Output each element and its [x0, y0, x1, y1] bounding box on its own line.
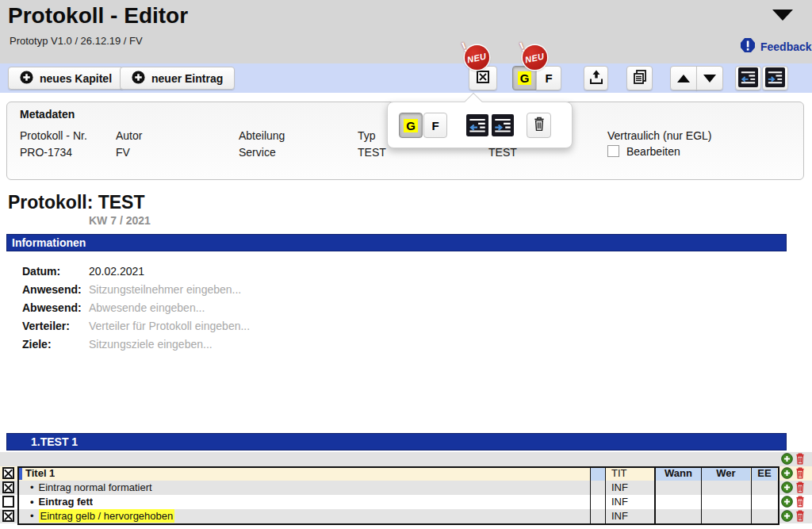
add-row-button[interactable]: [781, 481, 793, 493]
trash-icon: [532, 116, 546, 135]
info-section-header: Informationen: [6, 234, 787, 251]
popup-highlight-button[interactable]: G: [399, 113, 423, 138]
add-row-button[interactable]: [781, 453, 793, 465]
checked-box-icon: [476, 70, 490, 86]
popup-outdent-button[interactable]: [466, 114, 488, 136]
table-row: Eintrag normal formatiert INF: [0, 481, 812, 495]
row-wer-cell[interactable]: [702, 509, 750, 523]
column-header-wann: Wann: [656, 466, 701, 481]
plus-circle-icon: [132, 71, 145, 86]
bold-f-label: F: [431, 119, 439, 132]
row-ee-cell[interactable]: [752, 509, 777, 523]
outdent-button[interactable]: [735, 66, 761, 90]
document-title: Protokoll: TEST: [8, 192, 145, 213]
format-popup: G F: [387, 102, 573, 148]
add-row-button[interactable]: [781, 496, 793, 508]
new-chapter-label: neues Kapitel: [40, 72, 112, 85]
field-value-datum[interactable]: 20.02.2021: [89, 265, 144, 278]
row-wann-cell[interactable]: [656, 481, 701, 495]
copy-pages-button[interactable]: [626, 66, 653, 90]
delete-row-button[interactable]: [795, 495, 806, 508]
row-wann-cell[interactable]: [656, 495, 701, 509]
table-row: Eintrag fett INF: [0, 495, 812, 509]
indent-button[interactable]: [762, 66, 788, 90]
meta-value-autor: FV: [116, 146, 130, 159]
version-subtitle: Prototyp V1.0 / 26.12.19 / FV: [10, 35, 143, 47]
meta-label-typ: Typ: [358, 129, 376, 142]
bold-f-label: F: [545, 71, 552, 85]
table-row: Eintrag gelb / hervorgehoben INF: [0, 509, 812, 523]
meta-label-autor: Autor: [116, 129, 142, 142]
neu-badge: ! NEU: [465, 45, 489, 70]
arrow-down-icon: [703, 75, 716, 82]
indent-icon: [765, 67, 785, 90]
menu-caret-icon[interactable]: [772, 10, 793, 21]
row-type-cell[interactable]: INF: [607, 481, 653, 495]
row-type-cell[interactable]: TIT: [607, 466, 653, 481]
edit-checkbox-label: Bearbeiten: [626, 145, 680, 158]
row-wer-cell[interactable]: [702, 481, 750, 495]
row-ee-cell[interactable]: [752, 495, 777, 509]
calendar-week: KW 7 / 2021: [89, 214, 151, 227]
edit-checkbox[interactable]: [607, 145, 619, 157]
outdent-icon: [738, 67, 758, 90]
row-text-cell: Eintrag gelb / hervorgehoben: [30, 509, 174, 523]
delete-row-button[interactable]: [795, 509, 806, 523]
neu-badge: ! NEU: [523, 45, 547, 70]
field-input-ziele[interactable]: Sitzungsziele eingeben...: [89, 338, 213, 351]
export-button[interactable]: [584, 66, 608, 90]
row-text-cell: Eintrag fett: [30, 495, 93, 509]
delete-row-button[interactable]: [795, 452, 806, 466]
meta-label-protokoll-nr: Protokoll - Nr.: [20, 129, 87, 142]
new-entry-label: neuer Eintrag: [151, 72, 223, 85]
move-up-button[interactable]: [670, 66, 697, 90]
add-row-button[interactable]: [781, 510, 793, 522]
upload-icon: [588, 68, 605, 88]
new-entry-button[interactable]: neuer Eintrag: [120, 67, 235, 90]
highlight-g-label: G: [404, 119, 418, 132]
chapter-action-strip: [0, 452, 812, 466]
row-select-checkbox[interactable]: [2, 467, 14, 479]
bold-toggle-button[interactable]: F: [536, 66, 561, 90]
popup-caret: [465, 93, 483, 111]
column-header-ee: EE: [752, 466, 777, 481]
field-input-anwesend[interactable]: Sitzungsteilnehmer eingeben...: [89, 283, 241, 296]
feedback-link[interactable]: Feedback: [740, 37, 812, 56]
row-select-checkbox[interactable]: [2, 496, 14, 508]
field-label-abwesend: Abwesend:: [22, 301, 82, 314]
row-text-cell: Eintrag normal formatiert: [30, 481, 152, 495]
row-select-checkbox[interactable]: [2, 481, 14, 493]
row-wer-cell[interactable]: [702, 495, 750, 509]
field-label-verteiler: Verteiler:: [22, 320, 70, 332]
popup-bold-button[interactable]: F: [423, 113, 447, 138]
meta-value-abteilung: Service: [239, 146, 276, 159]
checkbox-mark-button[interactable]: [469, 66, 497, 90]
field-label-datum: Datum:: [22, 265, 60, 278]
row-text-cell[interactable]: Titel 1: [25, 466, 55, 481]
delete-row-button[interactable]: [795, 481, 806, 494]
add-row-button[interactable]: [781, 467, 793, 479]
feedback-alert-icon: [740, 37, 756, 56]
confidential-label: Vertraulich (nur EGL): [607, 129, 712, 142]
copy-pages-icon: [631, 68, 649, 88]
popup-delete-button[interactable]: [527, 113, 551, 138]
row-type-cell[interactable]: INF: [607, 509, 653, 523]
row-wann-cell[interactable]: [656, 509, 701, 523]
popup-indent-button[interactable]: [492, 114, 514, 136]
field-label-anwesend: Anwesend:: [22, 283, 82, 296]
page-title: Protokoll - Editor: [8, 3, 188, 29]
row-select-checkbox[interactable]: [2, 510, 14, 522]
plus-circle-icon: [20, 71, 33, 86]
main-toolbar: neues Kapitel neuer Eintrag G F: [0, 63, 812, 93]
meta-value-protokoll-nr: PRO-1734: [20, 146, 72, 159]
row-handle-cell: [591, 466, 605, 481]
delete-row-button[interactable]: [795, 466, 806, 480]
field-input-verteiler[interactable]: Verteiler für Protokoll eingeben...: [89, 320, 250, 332]
arrow-up-icon: [677, 75, 690, 82]
row-type-cell[interactable]: INF: [607, 495, 653, 509]
row-ee-cell[interactable]: [752, 481, 777, 495]
move-down-button[interactable]: [696, 66, 723, 90]
field-input-abwesend[interactable]: Abwesende eingeben...: [89, 301, 205, 314]
table-row: Titel 1 TIT Wann Wer EE: [0, 466, 812, 481]
new-chapter-button[interactable]: neues Kapitel: [8, 67, 124, 90]
